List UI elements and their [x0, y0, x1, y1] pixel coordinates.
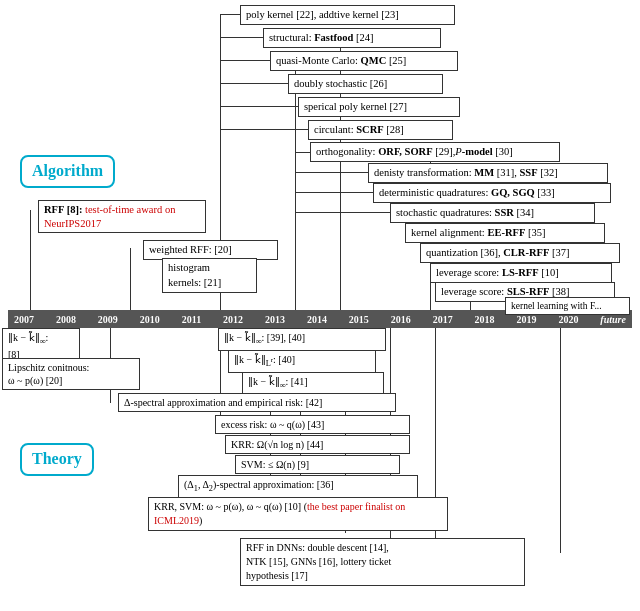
vline-2007: [30, 210, 31, 310]
theory-text: Theory: [32, 450, 82, 467]
vline-2009-up: [130, 248, 131, 310]
quantization-box: quantization [36], CLR-RFF [37]: [420, 243, 620, 263]
year-2007: 2007: [14, 314, 34, 325]
year-2018: 2018: [475, 314, 495, 325]
structural-box: structural: Fastfood [24]: [263, 28, 441, 48]
theory-label: Theory: [20, 443, 94, 476]
hline-sperical: [220, 106, 300, 107]
algorithm-label: Algorithm: [20, 155, 115, 188]
algorithm-text: Algorithm: [32, 162, 103, 179]
svm-box: SVM: ≤ Ω(n) [9]: [235, 455, 400, 474]
norm-lr-box: ‖k − k̃‖Lr: [40]: [228, 350, 376, 373]
vline-2017-down: [435, 328, 436, 573]
vline-2019-down: [560, 328, 561, 553]
year-2015: 2015: [349, 314, 369, 325]
leverage-ls-box: leverage score: LS-RFF [10]: [430, 263, 612, 283]
year-2011: 2011: [182, 314, 201, 325]
delta12-spectral-box: (Δ1, Δ2)-spectral approximation: [36]: [178, 475, 418, 498]
histogram-box: histogramkernels: [21]: [162, 258, 257, 293]
qmc-box: quasi-Monte Carlo: QMC [25]: [270, 51, 458, 71]
stochastic-quad-box: stochastic quadratures: SSR [34]: [390, 203, 595, 223]
rff-box: RFF [8]: test-of-time award on NeurIPS20…: [38, 200, 206, 233]
deterministic-box: deterministic quadratures: GQ, SGQ [33]: [373, 183, 611, 203]
year-2008: 2008: [56, 314, 76, 325]
hline-doubly: [220, 83, 290, 84]
poly-kernel-box: poly kernel [22], addtive kernel [23]: [240, 5, 455, 25]
vline-2014-up: [340, 30, 341, 310]
density-box: denisty transformation: MM [31], SSF [32…: [368, 163, 608, 183]
year-2012: 2012: [223, 314, 243, 325]
excess-risk-box: excess risk: ω ~ q(ω) [43]: [215, 415, 410, 434]
year-2017: 2017: [433, 314, 453, 325]
year-2010: 2010: [140, 314, 160, 325]
circulant-box: circulant: SCRF [28]: [308, 120, 453, 140]
hline-deterministic: [295, 192, 375, 193]
norm-39-box: ‖k − k̃‖∞: [39], [40]: [218, 328, 386, 351]
main-page: Algorithm Theory 2007 2008 2009 2010 201…: [0, 0, 640, 611]
year-2009: 2009: [98, 314, 118, 325]
weighted-rff-box: weighted RFF: [20]: [143, 240, 278, 260]
hline-structural: [220, 37, 265, 38]
krr-box: KRR: Ω(√n log n) [44]: [225, 435, 410, 454]
year-2013: 2013: [265, 314, 285, 325]
norm-41-box: ‖k − k̃‖∞: [41]: [242, 372, 384, 395]
hline-qmc: [220, 60, 272, 61]
hline-stoch: [295, 212, 392, 213]
orthogonality-box: orthogonality: ORF, SORF [29],P-model [3…: [310, 142, 560, 162]
kernel-learning-box: kernel learning with F...: [505, 297, 630, 315]
rff-dnn-box: RFF in DNNs: double descent [14],NTK [15…: [240, 538, 525, 586]
hline-circulant: [220, 129, 310, 130]
kernel-align-box: kernel alignment: EE-RFF [35]: [405, 223, 605, 243]
doubly-stochastic-box: doubly stochastic [26]: [288, 74, 443, 94]
sperical-poly-box: sperical poly kernel [27]: [298, 97, 460, 117]
delta-spectral-box: Δ-spectral approximation and empirical r…: [118, 393, 396, 412]
year-2016: 2016: [391, 314, 411, 325]
lipschitz-box: Lipschitz conitnous:ω ~ p(ω) [20]: [2, 358, 140, 390]
year-2014: 2014: [307, 314, 327, 325]
hline-density: [295, 172, 370, 173]
vline-2013-up: [295, 60, 296, 310]
krr-svm-box: KRR, SVM: ω ~ p(ω), ω ~ q(ω) [10] (the b…: [148, 497, 448, 531]
hline-poly: [220, 14, 242, 15]
